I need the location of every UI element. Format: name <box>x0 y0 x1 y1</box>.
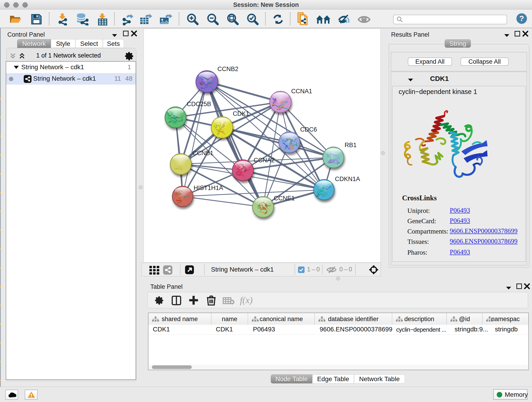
svg-text:CCNA2: CCNA2 <box>254 157 275 164</box>
svg-text:?: ? <box>519 14 524 23</box>
svg-text:CDC6: CDC6 <box>300 126 317 133</box>
svg-text:CDKN1A: CDKN1A <box>335 176 360 182</box>
svg-text:CCNA1: CCNA1 <box>291 88 312 95</box>
svg-text:CCNB1: CCNB1 <box>192 150 214 157</box>
svg-text:CDK1: CDK1 <box>233 110 249 117</box>
svg-text:CDC25B: CDC25B <box>187 101 211 108</box>
svg-text:HIST1H1A: HIST1H1A <box>194 185 223 191</box>
svg-text:RB1: RB1 <box>345 142 357 148</box>
svg-text:CCNE1: CCNE1 <box>274 195 295 202</box>
svg-text:CCNB2: CCNB2 <box>217 65 239 72</box>
